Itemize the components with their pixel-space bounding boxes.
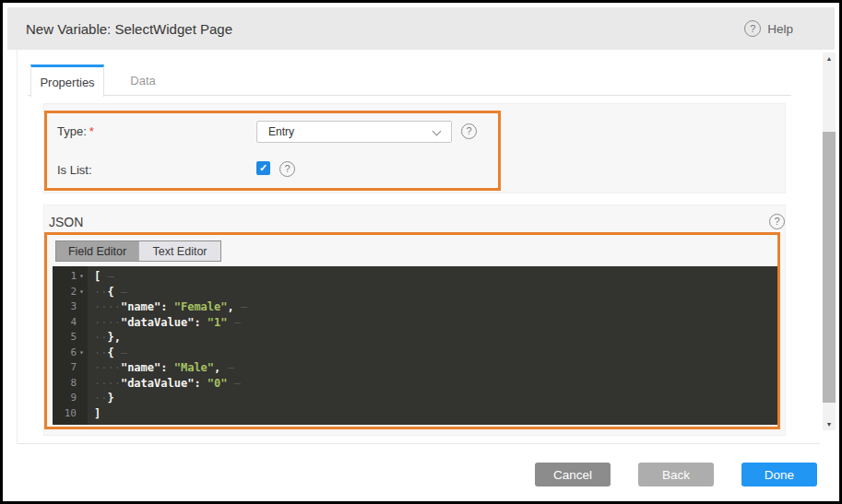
fold-arrow-icon[interactable]: ▾	[77, 269, 87, 285]
tab-text-editor[interactable]: Text Editor	[138, 241, 220, 261]
json-code-editor[interactable]: 1▾[ –2▾··{ –3····"name": "Female", –4···…	[53, 266, 777, 425]
code-line[interactable]: 7····"name": "Male", –	[53, 360, 777, 376]
help-button[interactable]: ? Help	[744, 7, 793, 50]
cancel-button[interactable]: Cancel	[535, 463, 611, 486]
tab-field-editor[interactable]: Field Editor	[56, 241, 138, 261]
chevron-down-icon	[433, 127, 442, 136]
gutter-cell: 7	[53, 360, 88, 376]
line-number: 6	[70, 346, 77, 361]
code-line[interactable]: 4····"dataValue": "1" –	[53, 315, 777, 331]
json-section-label: JSON	[49, 215, 83, 229]
gutter-cell: 3	[53, 299, 88, 315]
code-text: ····"name": "Male", –	[88, 360, 234, 376]
tab-data[interactable]: Data	[115, 64, 171, 96]
gutter-cell: 1▾	[53, 269, 88, 285]
check-icon: ✓	[259, 162, 267, 174]
properties-panel	[43, 103, 786, 193]
page-title: New Variable: SelectWidget Page	[26, 21, 232, 37]
line-number: 9	[70, 391, 77, 406]
line-number: 1	[70, 269, 77, 285]
code-text: ··},	[88, 330, 121, 346]
code-text: ··}	[88, 391, 114, 406]
dialog-header: New Variable: SelectWidget Page ? Help	[7, 7, 835, 50]
line-number: 7	[70, 360, 77, 376]
line-number: 3	[70, 299, 77, 315]
gutter-cell: 2▾	[53, 285, 88, 300]
line-number: 2	[70, 285, 77, 300]
help-icon: ?	[744, 20, 761, 37]
editor-mode-tabs: Field Editor Text Editor	[55, 240, 221, 262]
is-list-checkbox[interactable]: ✓	[256, 161, 270, 175]
code-line[interactable]: 9··}	[53, 391, 777, 406]
gutter-cell: 10	[53, 406, 88, 422]
line-number: 8	[70, 376, 77, 392]
code-line[interactable]: 6▾··{ –	[53, 346, 777, 361]
is-list-label: Is List:	[57, 163, 92, 177]
back-button[interactable]: Back	[638, 463, 714, 486]
new-variable-dialog: New Variable: SelectWidget Page ? Help P…	[0, 0, 842, 504]
required-asterisk: *	[89, 124, 94, 138]
tab-properties[interactable]: Properties	[30, 64, 104, 97]
type-help-icon[interactable]: ?	[461, 123, 477, 139]
line-number: 4	[70, 315, 77, 331]
footer-separator	[17, 443, 820, 444]
fold-arrow-icon[interactable]: ▾	[77, 285, 87, 300]
json-help-icon[interactable]: ?	[769, 214, 785, 229]
code-text: ··{ –	[88, 346, 127, 361]
line-number: 10	[65, 406, 77, 422]
code-text: ··{ –	[88, 285, 127, 300]
gutter-cell: 4	[53, 315, 88, 331]
type-select[interactable]: Entry	[256, 121, 452, 143]
line-number: 5	[70, 330, 77, 346]
gutter-cell: 5	[53, 330, 88, 346]
code-line[interactable]: 10]	[53, 406, 777, 422]
code-line[interactable]: 8····"dataValue": "0" –	[53, 376, 777, 392]
tab-strip: Properties Data	[28, 64, 791, 96]
code-text: ····"name": "Female", –	[88, 299, 247, 315]
code-line[interactable]: 1▾[ –	[53, 269, 777, 285]
gutter-cell: 8	[53, 376, 88, 392]
scroll-up-icon[interactable]: ▲	[823, 53, 836, 64]
gutter-cell: 9	[53, 391, 88, 406]
scrollbar-thumb[interactable]	[823, 132, 836, 403]
vertical-scrollbar[interactable]: ▲ ▼	[823, 53, 836, 430]
code-text: ····"dataValue": "1" –	[88, 315, 241, 331]
code-text: ····"dataValue": "0" –	[88, 376, 241, 392]
type-label-text: Type:	[57, 124, 87, 138]
code-line[interactable]: 5··},	[53, 330, 777, 346]
scroll-down-icon[interactable]: ▼	[823, 418, 836, 430]
is-list-help-icon[interactable]: ?	[279, 161, 295, 177]
code-text: [ –	[88, 269, 114, 285]
fold-arrow-icon[interactable]: ▾	[77, 346, 87, 361]
code-lines: 1▾[ –2▾··{ –3····"name": "Female", –4···…	[53, 269, 777, 421]
code-line[interactable]: 2▾··{ –	[53, 285, 777, 300]
help-label: Help	[767, 22, 793, 36]
done-button[interactable]: Done	[741, 463, 817, 486]
code-text: ]	[88, 406, 101, 422]
type-label: Type:*	[57, 124, 94, 138]
gutter-cell: 6▾	[53, 346, 88, 361]
code-line[interactable]: 3····"name": "Female", –	[53, 299, 777, 315]
type-select-value: Entry	[268, 125, 294, 138]
viewport-left-border	[17, 50, 18, 443]
